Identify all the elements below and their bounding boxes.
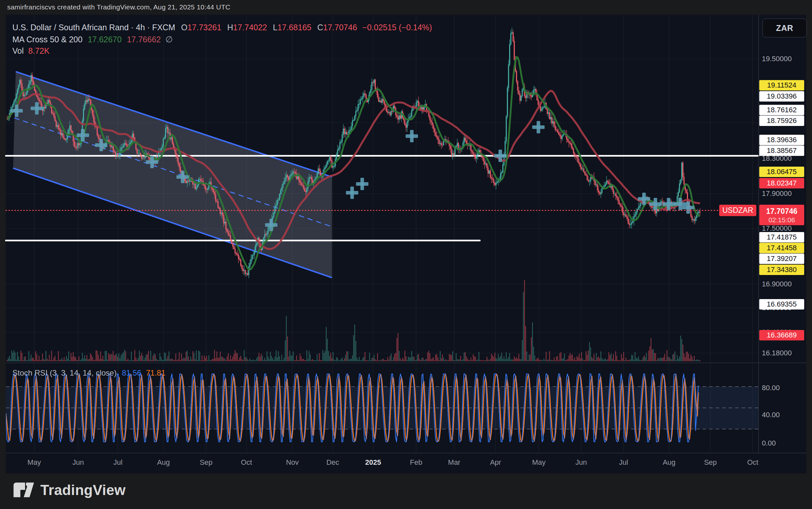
time-axis-label: Aug <box>662 458 675 467</box>
ma200-value: 17.76662 <box>127 35 161 44</box>
price-level-label-white: 18.39636 <box>759 135 804 145</box>
ma-legend-row: MA Cross 50 & 200 17.62670 17.76662 ∅ <box>12 34 173 44</box>
tradingview-logo: TradingView <box>13 481 126 499</box>
price-level-label-yellow: 18.06475 <box>759 167 804 177</box>
currency-zar-button[interactable]: ZAR <box>762 19 807 37</box>
ohlc-high-label: H <box>227 23 233 32</box>
ohlc-close-value: 17.70746 <box>323 23 357 32</box>
time-axis-label: Sep <box>704 458 717 467</box>
time-axis-label: Dec <box>326 458 339 467</box>
time-axis-label: Nov <box>286 458 298 467</box>
ohlc-high-value: 17.74022 <box>233 23 267 32</box>
tradingview-screenshot: { "page": { "top_bar": "samirfranciscvs … <box>0 0 812 509</box>
stoch-rsi-legend: Stoch RSI (3, 3, 14, 14, close) 81.56 71… <box>12 368 165 377</box>
ohlc-open-value: 17.73261 <box>188 23 221 32</box>
current-price-label: 17.70746 02:15:06 <box>759 205 804 225</box>
stoch-axis-tick: 80.00 <box>762 384 780 392</box>
price-level-label-red: 18.02347 <box>759 178 804 189</box>
attribution-bar: samirfranciscvs created with TradingView… <box>0 0 812 14</box>
stoch-d-value: 71.81 <box>146 368 165 377</box>
time-axis-label: 2025 <box>365 458 381 467</box>
time-axis-label: May <box>27 458 41 467</box>
time-axis-label: Aug <box>157 458 170 467</box>
stoch-rsi-label: Stoch RSI (3, 3, 14, 14, close) <box>12 368 117 377</box>
attribution-text: samirfranciscvs created with TradingView… <box>7 3 230 11</box>
bar-countdown: 02:15:06 <box>768 216 795 224</box>
symbol-price-tag: USDZAR <box>719 205 756 216</box>
price-level-label-white: 16.69355 <box>759 299 804 309</box>
time-axis-label: Jun <box>575 458 587 467</box>
time-axis[interactable]: MayJunJulAugSepOctNovDec2025FebMarAprMay… <box>0 453 806 474</box>
price-axis-tick: 17.90000 <box>762 190 792 198</box>
price-level-label-white: 17.39207 <box>759 253 804 264</box>
price-scale[interactable]: 19.5000018.7000018.3000017.9000017.50000… <box>758 15 806 453</box>
volume-value: 8.72K <box>28 46 50 56</box>
price-level-label-white: 18.76162 <box>759 105 804 115</box>
ohlc-low-label: L <box>273 23 278 32</box>
price-level-label-white: 18.38567 <box>759 145 804 156</box>
change-value: −0.02515 (−0.14%) <box>362 23 432 32</box>
price-level-label-red: 16.36689 <box>759 330 804 340</box>
time-axis-label: Feb <box>410 458 422 467</box>
stoch-k-value: 81.56 <box>122 368 141 377</box>
ma50-value: 17.62670 <box>88 35 122 44</box>
chart-canvas[interactable] <box>0 0 812 509</box>
price-level-label-white: 18.75926 <box>759 115 804 126</box>
price-level-label-yellow: 17.41458 <box>759 243 804 253</box>
time-axis-label: Jul <box>113 458 122 467</box>
tradingview-logo-text: TradingView <box>40 482 126 498</box>
symbol-title: U.S. Dollar / South African Rand · 4h · … <box>12 23 175 32</box>
stoch-axis-tick: 40.00 <box>762 411 780 419</box>
time-axis-label: Sep <box>200 458 212 467</box>
symbol-legend-row: U.S. Dollar / South African Rand · 4h · … <box>12 23 432 32</box>
price-axis-tick: 16.90000 <box>762 280 792 289</box>
price-axis-tick: 17.50000 <box>762 224 792 233</box>
price-level-label-white: 17.41875 <box>759 232 804 242</box>
time-axis-label: Mar <box>448 458 460 467</box>
tradingview-logo-icon <box>13 481 34 499</box>
ohlc-close-label: C <box>317 23 323 32</box>
time-axis-label: Oct <box>241 458 252 467</box>
time-axis-label: Oct <box>747 458 758 467</box>
ohlc-open-label: O <box>181 23 187 32</box>
volume-legend-row: Vol 8.72K <box>12 46 50 56</box>
current-price-value: 17.70746 <box>766 206 797 216</box>
time-axis-label: May <box>532 458 546 467</box>
volume-label: Vol <box>12 46 24 56</box>
price-level-label-white: 19.03396 <box>759 91 804 102</box>
ohlc-low-value: 17.68165 <box>278 23 311 32</box>
phi-icon: ∅ <box>165 34 173 44</box>
time-axis-label: Jun <box>72 458 84 467</box>
price-level-label-yellow: 19.11524 <box>759 80 804 91</box>
price-axis-tick: 16.18000 <box>762 349 792 357</box>
ma-cross-label: MA Cross 50 & 200 <box>12 35 83 44</box>
stoch-axis-tick: 0.00 <box>762 439 776 447</box>
price-level-label-yellow: 17.34380 <box>759 265 804 275</box>
time-axis-label: Jul <box>619 458 628 467</box>
price-axis-tick: 19.50000 <box>762 55 792 63</box>
time-axis-label: Apr <box>490 458 501 467</box>
